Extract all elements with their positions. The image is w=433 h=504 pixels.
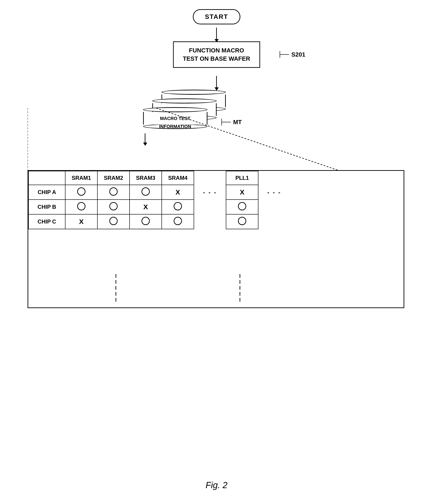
circle-icon [141,187,150,196]
table-row: CHIP C X [28,214,290,229]
cell-b-sram1 [65,199,97,214]
cell-b-sram4 [162,199,194,214]
cell-c-sram2 [97,214,130,229]
circle-icon [141,217,150,225]
mt-bracket-icon [219,117,233,127]
x-icon: X [175,188,180,196]
circle-icon [238,202,246,210]
col-header-after [258,171,290,185]
function-macro-box: FUNCTION MACRO TEST ON BASE WAFER S201 [173,41,260,68]
cell-c-sram1: X [65,214,97,229]
col-header-sram2: SRAM2 [97,171,130,185]
cell-b-sram3: X [130,199,162,214]
col-header-sram4: SRAM4 [162,171,194,185]
cell-b-after [258,199,290,214]
chip-label-c: CHIP C [28,214,65,229]
x-icon: X [143,203,148,211]
dash-icon: - - - [267,189,281,196]
table-row: CHIP B X [28,199,290,214]
cell-a-sram3 [130,185,162,199]
circle-icon [77,187,86,196]
cell-a-spacer: - - - [194,185,226,199]
figure-label: Fig. 2 [206,480,227,490]
arrow-line-1 [216,27,217,39]
cell-c-sram3 [130,214,162,229]
arrow-line-3 [145,133,145,143]
arrow-head-3 [143,143,147,146]
cell-b-sram2 [97,199,130,214]
col-header-spacer [194,171,226,185]
circle-icon [109,202,118,210]
circle-icon [109,217,118,225]
start-node: START [193,9,240,24]
cell-c-sram4 [162,214,194,229]
cell-a-after: - - - [258,185,290,199]
x-icon: X [79,218,84,225]
db-label-line1: MACRO TEST [160,116,190,121]
table-header-row: SRAM1 SRAM2 SRAM3 SRAM4 PLL1 [28,171,290,185]
cell-a-pll1: X [226,185,258,199]
col-header-sram1: SRAM1 [65,171,97,185]
vert-dash-2 [240,273,240,303]
cylinder-front: MACRO TEST INFORMATION MT [143,107,208,129]
cell-c-after [258,214,290,229]
circle-icon [238,217,246,225]
circle-icon [174,217,182,225]
mt-label: MT [233,119,242,126]
chip-label-a: CHIP A [28,185,65,199]
dash-icon: - - - [203,189,217,196]
cell-b-spacer [194,199,226,214]
col-header-chip [28,171,65,185]
circle-icon [77,202,86,210]
cell-a-sram4: X [162,185,194,199]
table-row: CHIP A X - - - X - - - [28,185,290,199]
macro-test-table: SRAM1 SRAM2 SRAM3 SRAM4 PLL1 CHIP A X - … [28,171,291,229]
s201-label: S201 [291,50,305,59]
col-header-pll1: PLL1 [226,171,258,185]
cell-b-pll1 [226,199,258,214]
cell-c-pll1 [226,214,258,229]
arrow-line-2 [216,76,217,87]
chip-label-b: CHIP B [28,199,65,214]
circle-icon [109,187,118,196]
cell-c-spacer [194,214,226,229]
x-icon: X [240,188,244,196]
mt-label-group: MT [219,117,242,127]
col-header-sram3: SRAM3 [130,171,162,185]
circle-icon [174,202,182,210]
cell-a-sram2 [97,185,130,199]
cell-a-sram1 [65,185,97,199]
macro-test-table-outer: SRAM1 SRAM2 SRAM3 SRAM4 PLL1 CHIP A X - … [27,170,404,308]
vert-dash-1 [116,273,116,303]
dotted-connector-left [27,90,74,182]
s201-bracket-icon [277,50,291,59]
